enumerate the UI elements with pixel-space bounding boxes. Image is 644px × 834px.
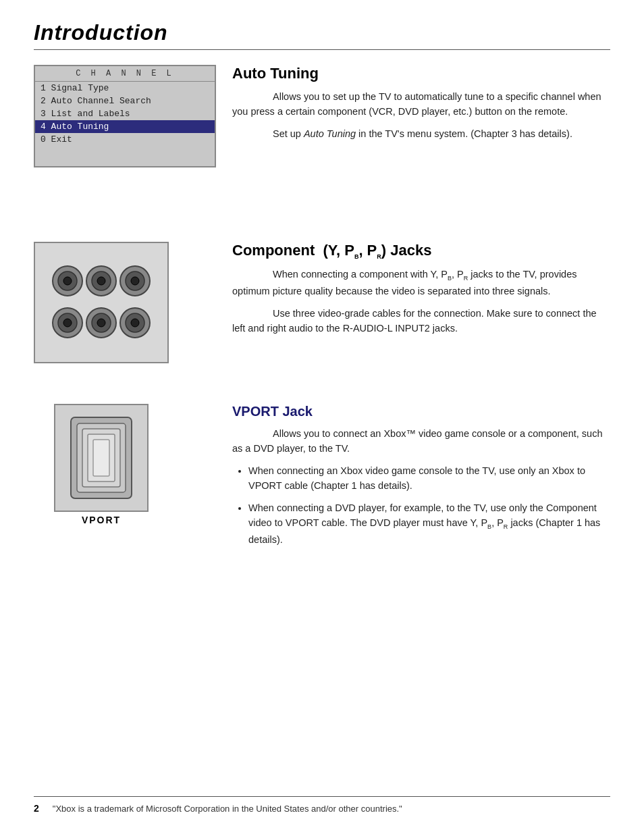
header-divider bbox=[34, 49, 610, 50]
component-jacks-image-section bbox=[34, 242, 216, 384]
vport-image bbox=[54, 404, 149, 512]
auto-tuning-title: Auto Tuning bbox=[232, 65, 610, 82]
page-footer: 2 "Xbox is a trademark of Microsoft Corp… bbox=[34, 796, 610, 814]
auto-tuning-body2: Set up Auto Tuning in the TV's menu syst… bbox=[232, 126, 610, 141]
vport-body1: Allows you to connect an Xbox™ video gam… bbox=[232, 426, 610, 457]
channel-menu-list: 1 Signal Type 2 Auto Channel Search 3 Li… bbox=[35, 82, 215, 146]
component-jacks-section: Component (Y, PB, PR) Jacks When connect… bbox=[232, 242, 610, 343]
vport-bullet-1: When connecting an Xbox video game conso… bbox=[248, 463, 610, 494]
vport-bullet-list: When connecting an Xbox video game conso… bbox=[248, 463, 610, 548]
component-jacks-image bbox=[34, 242, 169, 363]
vport-image-wrap: VPORT bbox=[34, 404, 169, 525]
svg-rect-22 bbox=[93, 440, 109, 476]
vport-bullet-2: When connecting a DVD player, for exampl… bbox=[248, 500, 610, 548]
page-number: 2 bbox=[34, 803, 39, 814]
menu-item-signal-type[interactable]: 1 Signal Type bbox=[35, 82, 215, 95]
menu-item-list-labels[interactable]: 3 List and Labels bbox=[35, 107, 215, 120]
vport-image-section: VPORT bbox=[34, 404, 216, 539]
menu-item-exit[interactable]: 0 Exit bbox=[35, 133, 215, 146]
channel-menu-title: C H A N N E L bbox=[35, 66, 215, 82]
component-jacks-body1: When connecting a component with Y, PB, … bbox=[232, 267, 610, 298]
footer-note: "Xbox is a trademark of Microsoft Corpor… bbox=[53, 804, 610, 814]
svg-point-11 bbox=[63, 319, 72, 327]
vport-label: VPORT bbox=[82, 515, 121, 525]
auto-tuning-body1: Allows you to set up the TV to automatic… bbox=[232, 89, 610, 120]
menu-item-auto-tuning[interactable]: 4 Auto Tuning bbox=[35, 120, 215, 133]
vport-section: VPORT Jack Allows you to connect an Xbox… bbox=[232, 404, 610, 554]
channel-menu-section: C H A N N E L 1 Signal Type 2 Auto Chann… bbox=[34, 65, 216, 188]
component-jacks-title: Component (Y, PB, PR) Jacks bbox=[232, 242, 610, 260]
footer-rule bbox=[34, 796, 610, 797]
page-title: Introduction bbox=[34, 20, 610, 45]
svg-point-2 bbox=[63, 277, 72, 285]
svg-point-14 bbox=[97, 319, 105, 327]
vport-title: VPORT Jack bbox=[232, 404, 610, 419]
component-jacks-body2: Use three video-grade cables for the con… bbox=[232, 306, 610, 336]
channel-menu-box: C H A N N E L 1 Signal Type 2 Auto Chann… bbox=[34, 65, 216, 167]
svg-point-17 bbox=[131, 319, 139, 327]
auto-tuning-section: Auto Tuning Allows you to set up the TV … bbox=[232, 65, 610, 148]
svg-point-5 bbox=[97, 277, 105, 285]
svg-point-8 bbox=[131, 277, 139, 285]
menu-item-auto-channel-search[interactable]: 2 Auto Channel Search bbox=[35, 95, 215, 107]
